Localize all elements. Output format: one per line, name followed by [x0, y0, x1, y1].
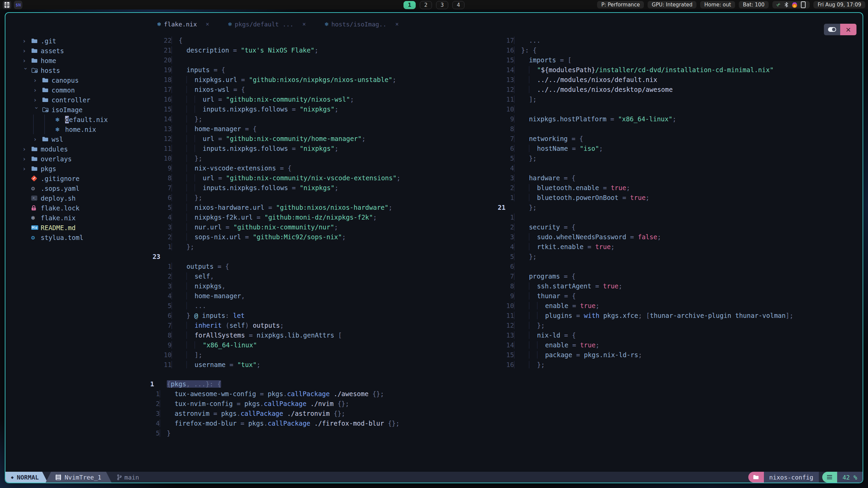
code-line[interactable]: 1 outputs = { [153, 261, 497, 271]
code-line[interactable]: 5 ... [153, 301, 497, 310]
tree-item-canopus[interactable]: ›canopus [10, 75, 149, 85]
close-tab-icon[interactable]: × [395, 21, 399, 27]
chevron-closed-icon[interactable]: › [33, 77, 42, 84]
code-line[interactable]: 9 thunar = { [498, 291, 861, 301]
code-line[interactable]: 8 ssh.startAgent = true; [498, 281, 861, 291]
tree-item-README.md[interactable]: ›README.md [10, 223, 149, 232]
code-line[interactable]: 1 [498, 212, 861, 222]
tree-item-.git[interactable]: ›.git [10, 36, 149, 46]
code-line[interactable]: 3 hardware = { [498, 173, 861, 183]
tree-item-hosts[interactable]: ›hosts [10, 65, 149, 75]
code-line[interactable]: 22{ [153, 35, 497, 45]
window-close-button[interactable]: × [840, 24, 856, 35]
code-line[interactable]: 7 inputs.nixpkgs.follows = "nixpkgs"; [153, 183, 497, 192]
code-line[interactable]: 10 }; [153, 153, 497, 163]
code-line[interactable]: 2 self, [153, 271, 497, 281]
code-line[interactable]: 21 }; [498, 202, 861, 212]
workspace-button-4[interactable]: 4 [452, 1, 465, 9]
code-line[interactable]: 3 nur.url = "github:nix-community/nur"; [153, 222, 497, 232]
tree-item-default.nix[interactable]: ❄default.nix [10, 115, 149, 124]
code-line[interactable]: 17 ... [498, 35, 861, 45]
close-tab-icon[interactable]: × [302, 21, 306, 27]
code-line[interactable]: 11 username = "tux"; [153, 360, 497, 369]
code-line[interactable]: 15 package = pkgs.nix-ld-rs; [498, 350, 861, 360]
code-line[interactable]: 10 enable = true; [498, 301, 861, 310]
workspace-button-2[interactable]: 2 [420, 1, 432, 9]
tree-item-flake.lock[interactable]: ›flake.lock [10, 203, 149, 213]
tree-item-.gitignore[interactable]: ›.gitignore [10, 174, 149, 183]
code-line[interactable]: 2 bluetooth.enable = true; [498, 183, 861, 192]
tab-pkgs-default-...[interactable]: ❄pkgs/default ...× [219, 21, 315, 28]
code-line[interactable]: 10 ]; [153, 350, 497, 360]
code-line[interactable]: 1{pkgs, ...}: { [150, 379, 625, 389]
code-line[interactable]: 3 sudo.wheelNeedsPassword = false; [498, 232, 861, 242]
nvim-launcher-button[interactable]: $N [14, 1, 22, 9]
code-line[interactable]: 16 url = "github:nix-community/nixos-wsl… [153, 94, 497, 104]
chevron-closed-icon[interactable]: › [22, 155, 31, 162]
tree-item-home.nix[interactable]: ❄home.nix [10, 124, 149, 134]
tree-item-home[interactable]: ›home [10, 56, 149, 65]
chevron-open-icon[interactable]: › [22, 67, 29, 76]
chevron-closed-icon[interactable]: › [33, 96, 42, 103]
bluetooth-icon[interactable] [784, 2, 788, 7]
tree-item-flake.nix[interactable]: ›❄flake.nix [10, 213, 149, 223]
code-line[interactable]: 14 }; [153, 114, 497, 124]
appearance-toggle-button[interactable] [824, 24, 840, 35]
code-line[interactable]: 11 inputs.nixpkgs.follows = "nixpkgs"; [153, 143, 497, 153]
code-line[interactable]: 16}: { [498, 45, 861, 55]
code-line[interactable]: 13 home-manager = { [153, 124, 497, 134]
workspace-button-1[interactable]: 1 [403, 1, 416, 9]
code-line[interactable]: 13 nix-ld = { [498, 330, 861, 340]
code-line[interactable]: 5} [150, 428, 625, 438]
code-line[interactable]: 4 rtkit.enable = true; [498, 242, 861, 251]
tab-hosts-isoImag..[interactable]: ❄hosts/isoImag..× [315, 21, 408, 28]
close-tab-icon[interactable]: × [206, 21, 209, 27]
chevron-closed-icon[interactable]: › [22, 47, 31, 54]
code-line[interactable]: 4 [498, 163, 861, 173]
chevron-closed-icon[interactable]: › [22, 37, 31, 44]
tree-item-stylua.toml[interactable]: ›⚙stylua.toml [10, 232, 149, 242]
tree-item-overlays[interactable]: ›overlays [10, 154, 149, 164]
code-line[interactable]: 4 firefox-mod-blur = pkgs.callPackage ./… [150, 418, 625, 428]
code-line[interactable]: 12 ../../modules/nixos/desktop/awesome [498, 84, 861, 94]
chevron-open-icon[interactable]: › [33, 106, 40, 115]
code-line[interactable]: 20 [153, 55, 497, 65]
code-line[interactable]: 9 nix-vscode-extensions = { [153, 163, 497, 173]
code-line[interactable]: 18 nixpkgs.url = "github:nixos/nixpkgs/n… [153, 75, 497, 84]
tree-item-modules[interactable]: ›modules [10, 144, 149, 154]
code-line[interactable]: 6 }; [153, 192, 497, 202]
code-line[interactable]: 9 "x86_64-linux" [153, 340, 497, 350]
code-line[interactable]: 5 nixos-hardware.url = "github:nixos/nix… [153, 202, 497, 212]
tree-item-pkgs[interactable]: ›pkgs [10, 164, 149, 174]
tree-item-isoImage[interactable]: ›isoImage [10, 105, 149, 115]
code-line[interactable]: 2 tux-nvim-config = pkgs.callPackage ./n… [150, 399, 625, 408]
code-line[interactable]: 1 tux-awesome-wm-config = pkgs.callPacka… [150, 389, 625, 399]
code-line[interactable]: 6 [498, 261, 861, 271]
code-line[interactable]: 16 }; [498, 360, 861, 369]
chevron-closed-icon[interactable]: › [22, 165, 31, 172]
tree-item-.sops.yaml[interactable]: ›⚙.sops.yaml [10, 183, 149, 193]
code-line[interactable]: 8 url = "github:nix-community/nix-vscode… [153, 173, 497, 183]
chevron-closed-icon[interactable]: › [22, 145, 31, 152]
scissors-icon[interactable]: ✂ [775, 1, 782, 8]
code-line[interactable]: 3 astronvim = pkgs.callPackage ./astronv… [150, 408, 625, 418]
code-line[interactable]: 2 sops-nix.url = "github:Mic92/sops-nix"… [153, 232, 497, 242]
app-grid-button[interactable] [3, 1, 11, 9]
code-line[interactable]: 1 }; [153, 242, 497, 251]
code-line[interactable]: 11 ]; [498, 94, 861, 104]
tree-item-wsl[interactable]: ›wsl [10, 134, 149, 144]
code-line[interactable]: 15 imports = [ [498, 55, 861, 65]
code-line[interactable]: 23 [153, 251, 497, 261]
code-line[interactable]: 9 nixpkgs.hostPlatform = "x86_64-linux"; [498, 114, 861, 124]
code-line[interactable]: 3 nixpkgs, [153, 281, 497, 291]
code-line[interactable]: 6 hostName = "iso"; [498, 143, 861, 153]
code-line[interactable]: 4 nixpkgs-f2k.url = "github:moni-dz/nixp… [153, 212, 497, 222]
code-line[interactable]: 8 forAllSystems = nixpkgs.lib.genAttrs [ [153, 330, 497, 340]
code-line[interactable]: 11 plugins = with pkgs.xfce; [thunar-arc… [498, 310, 861, 320]
code-line[interactable]: 15 inputs.nixpkgs.follows = "nixpkgs"; [153, 104, 497, 114]
tree-item-controller[interactable]: ›controller [10, 95, 149, 105]
code-line[interactable]: 1 bluetooth.powerOnBoot = true; [498, 192, 861, 202]
tree-item-deploy.sh[interactable]: ›>_deploy.sh [10, 193, 149, 203]
code-line[interactable]: 5 }; [498, 251, 861, 261]
tree-item-assets[interactable]: ›assets [10, 46, 149, 56]
